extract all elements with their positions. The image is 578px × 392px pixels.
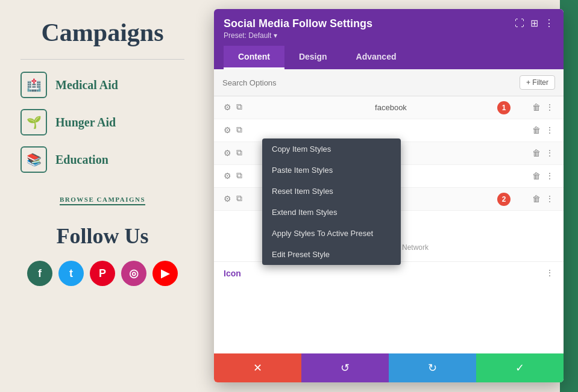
- filter-button[interactable]: + Filter: [520, 75, 555, 90]
- trash-icon-2[interactable]: 🗑: [532, 126, 541, 135]
- settings-icon-2[interactable]: ⚙: [224, 125, 231, 135]
- hunger-icon: 🌱: [20, 109, 47, 135]
- tab-design[interactable]: Design: [284, 46, 342, 69]
- medical-label: Medical Aid: [55, 78, 118, 92]
- modal-header-icons: ⛶ ⊞ ⋮: [515, 17, 554, 29]
- pinterest-icon[interactable]: P: [90, 261, 115, 286]
- campaign-item-education[interactable]: 📚 Education: [20, 146, 184, 173]
- search-bar: + Filter: [214, 69, 564, 96]
- campaign-items: 🏥 Medical Aid 🌱 Hunger Aid 📚 Education: [20, 72, 184, 184]
- row-right-icons-3: 🗑 ⋮: [532, 148, 554, 158]
- context-paste-item-styles[interactable]: Paste Item Styles: [262, 160, 401, 181]
- more-icon-2[interactable]: ⋮: [545, 125, 554, 135]
- modal-preset[interactable]: Preset: Default ▾: [224, 31, 372, 40]
- modal-tabs: Content Design Advanced: [224, 46, 554, 69]
- copy-icon-5[interactable]: ⧉: [236, 194, 242, 204]
- tab-content[interactable]: Content: [224, 46, 284, 69]
- social-row-1: ⚙ ⧉ facebook 1 🗑 ⋮: [214, 96, 564, 119]
- copy-icon-2[interactable]: ⧉: [236, 125, 242, 135]
- badge-1: 1: [497, 101, 510, 114]
- cancel-button[interactable]: ✕: [214, 353, 301, 382]
- twitter-icon[interactable]: t: [58, 261, 84, 286]
- campaign-item-medical[interactable]: 🏥 Medical Aid: [20, 72, 184, 98]
- row-right-icons-1: 🗑 ⋮: [532, 102, 554, 113]
- divider: [20, 59, 184, 60]
- context-apply-styles-preset[interactable]: Apply Styles To Active Preset: [262, 223, 401, 244]
- more-icon-3[interactable]: ⋮: [545, 148, 554, 158]
- copy-icon-4[interactable]: ⧉: [236, 171, 242, 181]
- modal-header: Social Media Follow Settings Preset: Def…: [214, 9, 564, 69]
- copy-icon-1[interactable]: ⧉: [236, 102, 242, 113]
- row-left-icons-3: ⚙ ⧉: [224, 148, 242, 158]
- undo-button[interactable]: ↺: [301, 353, 389, 382]
- context-edit-preset-style[interactable]: Edit Preset Style: [262, 244, 401, 265]
- search-input[interactable]: [222, 78, 515, 87]
- campaigns-title: Campaigns: [41, 18, 163, 47]
- trash-icon-5[interactable]: 🗑: [532, 194, 541, 204]
- modal-title-group: Social Media Follow Settings Preset: Def…: [224, 17, 372, 40]
- row-right-icons-5: 🗑 ⋮: [532, 194, 554, 204]
- icon-section-label: Icon: [224, 269, 241, 278]
- follow-title: Follow Us: [57, 223, 149, 249]
- row-left-icons-4: ⚙ ⧉: [224, 171, 242, 181]
- context-copy-item-styles[interactable]: Copy Item Styles: [262, 138, 401, 160]
- badge-2: 2: [497, 193, 510, 206]
- youtube-icon[interactable]: ▶: [152, 261, 178, 286]
- settings-icon-1[interactable]: ⚙: [224, 102, 231, 113]
- copy-icon-3[interactable]: ⧉: [236, 148, 242, 158]
- settings-icon-3[interactable]: ⚙: [224, 148, 231, 158]
- education-label: Education: [55, 153, 108, 167]
- modal-title: Social Media Follow Settings: [224, 17, 372, 30]
- expand-icon[interactable]: ⛶: [515, 18, 524, 29]
- row-right-icons-2: 🗑 ⋮: [532, 125, 554, 135]
- settings-icon-5[interactable]: ⚙: [224, 194, 231, 204]
- row-left-icons-1: ⚙ ⧉: [224, 102, 242, 113]
- redo-button[interactable]: ↻: [389, 353, 476, 382]
- settings-icon-4[interactable]: ⚙: [224, 171, 231, 181]
- trash-icon-1[interactable]: 🗑: [532, 103, 541, 113]
- facebook-icon[interactable]: f: [27, 261, 52, 286]
- left-panel: Campaigns 🏥 Medical Aid 🌱 Hunger Aid 📚 E…: [0, 0, 205, 392]
- icon-more-icon[interactable]: ⋮: [545, 268, 554, 278]
- more-icon[interactable]: ⋮: [544, 17, 554, 29]
- more-icon-4[interactable]: ⋮: [545, 171, 554, 181]
- modal-header-top: Social Media Follow Settings Preset: Def…: [224, 17, 554, 40]
- campaign-item-hunger[interactable]: 🌱 Hunger Aid: [20, 109, 184, 135]
- context-reset-item-styles[interactable]: Reset Item Styles: [262, 181, 401, 202]
- row-right-icons-4: 🗑 ⋮: [532, 171, 554, 181]
- education-icon: 📚: [20, 146, 47, 173]
- modal-footer: ✕ ↺ ↻ ✓: [214, 353, 564, 382]
- row-left-icons-5: ⚙ ⧉: [224, 194, 242, 204]
- save-button[interactable]: ✓: [476, 353, 564, 382]
- trash-icon-3[interactable]: 🗑: [532, 149, 541, 158]
- context-extend-item-styles[interactable]: Extend Item Styles: [262, 202, 401, 223]
- instagram-icon[interactable]: ◎: [121, 261, 146, 286]
- row-label-1: facebook: [250, 103, 532, 112]
- tab-advanced[interactable]: Advanced: [342, 46, 411, 69]
- social-icons-row: f t P ◎ ▶: [27, 261, 178, 286]
- grid-icon[interactable]: ⊞: [530, 17, 538, 29]
- trash-icon-4[interactable]: 🗑: [532, 172, 541, 181]
- medical-icon: 🏥: [20, 72, 47, 98]
- context-menu: Copy Item Styles Paste Item Styles Reset…: [262, 138, 401, 265]
- browse-campaigns-link[interactable]: Browse Campaigns: [60, 196, 145, 205]
- hunger-label: Hunger Aid: [55, 116, 116, 129]
- row-left-icons-2: ⚙ ⧉: [224, 125, 242, 135]
- more-icon-5[interactable]: ⋮: [545, 194, 554, 204]
- more-icon-1[interactable]: ⋮: [545, 102, 554, 113]
